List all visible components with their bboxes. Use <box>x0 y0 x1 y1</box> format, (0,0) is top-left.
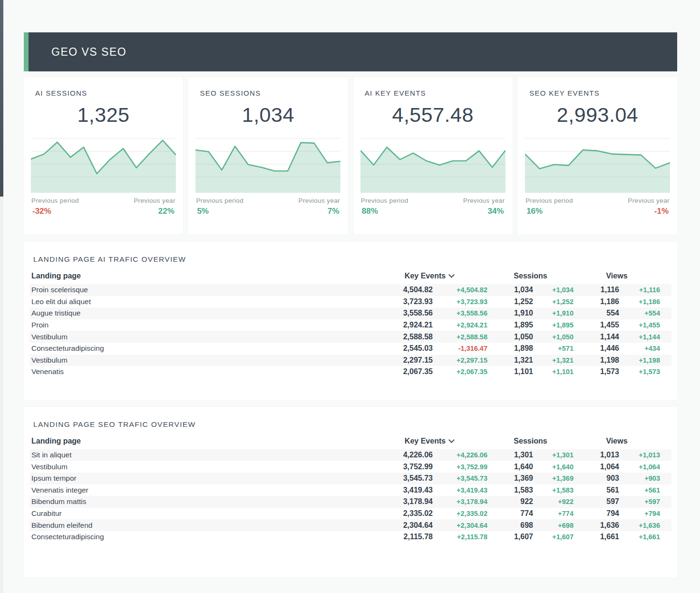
table-header-row: Landing page Key Events Sessions Views <box>29 272 671 280</box>
landing-page-cell: Bibendum mattis <box>29 497 371 506</box>
views-delta-cell: +1,013 <box>619 451 660 459</box>
col-header-sessions[interactable]: Sessions <box>487 437 574 445</box>
views-delta-cell: +597 <box>619 498 660 505</box>
views-delta-cell: +1,198 <box>619 356 660 364</box>
kpi-label: AI KEY EVENTS <box>360 77 506 97</box>
kpi-label: AI SESSIONS <box>31 77 176 97</box>
views-delta-cell: +1,186 <box>619 298 660 306</box>
table-row: Leo elit dui aliquet3,723.93+3,723.931,2… <box>29 296 671 308</box>
views-value-cell: 794 <box>574 509 619 518</box>
col-header-key-events[interactable]: Key Events <box>371 437 487 445</box>
sessions-value-cell: 1,101 <box>487 367 533 376</box>
views-delta-cell: +1,144 <box>619 333 660 341</box>
table-row: Vestibulum3,752.99+3,752.991,640+1,6401,… <box>29 461 671 473</box>
key-events-value-cell: 3,752.99 <box>371 463 433 471</box>
sessions-value-cell: 1,369 <box>487 474 533 483</box>
prev-year-value: 22% <box>158 207 175 216</box>
sessions-value-cell: 1,583 <box>487 486 533 494</box>
col-header-sessions[interactable]: Sessions <box>487 272 574 280</box>
sessions-delta-cell: +774 <box>533 510 574 517</box>
key-events-delta-cell: +2,304.64 <box>433 522 487 529</box>
views-delta-cell: +1,064 <box>619 463 660 471</box>
prev-year-value: -1% <box>654 207 669 216</box>
sessions-delta-cell: +922 <box>533 498 574 505</box>
sessions-delta-cell: +1,050 <box>533 333 574 341</box>
sessions-value-cell: 1,607 <box>487 533 533 541</box>
table-row: Vestibulum2,588.58+2,588.581,050+1,0501,… <box>29 331 671 343</box>
key-events-value-cell: 2,297.15 <box>371 356 433 365</box>
views-delta-cell: +554 <box>619 309 660 317</box>
kpi-label: SEO SESSIONS <box>195 77 340 97</box>
key-events-delta-cell: +2,335.02 <box>433 510 487 517</box>
views-value-cell: 1,455 <box>574 321 619 329</box>
sessions-delta-cell: +1,640 <box>533 463 574 471</box>
key-events-delta-cell: +3,545.73 <box>433 474 487 482</box>
table-row: Bibendum mattis3,178.94+3,178.94922+9225… <box>29 496 671 508</box>
table-row: Consecteturadipiscing2,115.78+2,115.781,… <box>29 531 671 543</box>
prev-year-label: Previous year <box>134 197 175 204</box>
prev-period-label: Previous period <box>31 197 79 204</box>
views-delta-cell: +1,573 <box>619 368 660 376</box>
sessions-value-cell: 1,910 <box>487 309 533 317</box>
sessions-delta-cell: +1,607 <box>533 533 574 541</box>
key-events-delta-cell: +2,924.21 <box>433 321 487 329</box>
sessions-value-cell: 1,898 <box>487 344 533 353</box>
sessions-value-cell: 1,252 <box>487 297 533 306</box>
landing-page-cell: Vestibulum <box>29 463 371 471</box>
kpi-cards-row: AI SESSIONS 1,325 Previous period Previo… <box>24 77 677 234</box>
views-value-cell: 1,573 <box>574 367 619 376</box>
key-events-value-cell: 2,304.64 <box>371 521 433 530</box>
views-value-cell: 1,186 <box>574 297 619 306</box>
views-delta-cell: +1,455 <box>619 321 660 329</box>
key-events-delta-cell: +3,558.56 <box>433 309 487 317</box>
views-delta-cell: +1,636 <box>619 522 660 529</box>
sessions-value-cell: 1,034 <box>487 286 533 294</box>
ai-traffic-table-card: LANDING PAGE AI TRAFIC OVERVIEW Landing … <box>24 242 677 400</box>
views-delta-cell: +794 <box>619 510 660 517</box>
table-row: Ipsum tempor3,545.73+3,545.731,369+1,369… <box>29 473 671 484</box>
table-row: Curabitur2,335.02+2,335.02774+774794+794 <box>29 508 671 520</box>
kpi-value: 1,325 <box>31 104 176 126</box>
col-header-key-events[interactable]: Key Events <box>371 272 487 280</box>
prev-period-label: Previous period <box>361 197 408 204</box>
sessions-value-cell: 1,640 <box>487 463 533 471</box>
seo-traffic-table-card: LANDING PAGE SEO TRAFIC OVERVIEW Landing… <box>24 407 677 577</box>
kpi-label: SEO KEY EVENTS <box>525 77 670 97</box>
views-delta-cell: +1,661 <box>619 533 660 541</box>
views-value-cell: 1,013 <box>574 451 619 459</box>
prev-year-label: Previous year <box>463 197 505 204</box>
table-row: Proin2,924.21+2,924.211,895+1,8951,455+1… <box>29 319 671 331</box>
sessions-delta-cell: +1,034 <box>533 286 574 294</box>
views-value-cell: 1,636 <box>574 521 619 530</box>
col-header-views[interactable]: Views <box>574 272 660 280</box>
landing-page-cell: Vestibulum <box>29 356 371 365</box>
landing-page-cell: Consecteturadipiscing <box>29 533 371 541</box>
table-row: Sit in aliquet4,226.06+4,226.061,301+1,3… <box>29 449 671 461</box>
kpi-card-seo-sessions: SEO SESSIONS 1,034 Previous period Previ… <box>188 77 348 234</box>
prev-period-value: 5% <box>197 207 209 216</box>
key-events-value-cell: 3,178.94 <box>371 497 433 506</box>
sessions-value-cell: 698 <box>487 521 533 530</box>
kpi-card-ai-sessions: AI SESSIONS 1,325 Previous period Previo… <box>24 77 183 234</box>
key-events-value-cell: 4,226.06 <box>371 451 433 459</box>
key-events-delta-cell: +2,115.78 <box>433 533 487 541</box>
sessions-value-cell: 774 <box>487 509 533 518</box>
col-header-landing-page: Landing page <box>29 272 371 280</box>
window-edge-strip-lower <box>0 197 3 593</box>
views-delta-cell: +434 <box>619 345 660 352</box>
table-row: Proin scelerisque4,504.82+4,504.821,034+… <box>29 284 671 296</box>
views-value-cell: 903 <box>574 474 619 483</box>
chevron-down-icon <box>448 272 455 278</box>
key-events-delta-cell: +3,419.43 <box>433 486 487 494</box>
sessions-delta-cell: +1,252 <box>533 298 574 306</box>
landing-page-cell: Bibendum eleifend <box>29 521 371 530</box>
sessions-value-cell: 922 <box>487 497 533 506</box>
table-row: Bibendum eleifend2,304.64+2,304.64698+69… <box>29 519 671 531</box>
sessions-delta-cell: +1,369 <box>533 474 574 482</box>
views-value-cell: 1,116 <box>574 286 619 294</box>
prev-year-label: Previous year <box>628 197 670 204</box>
ai-sessions-sparkline <box>31 136 176 193</box>
views-value-cell: 554 <box>574 309 619 317</box>
col-header-views[interactable]: Views <box>574 437 660 445</box>
views-value-cell: 1,144 <box>574 333 619 341</box>
